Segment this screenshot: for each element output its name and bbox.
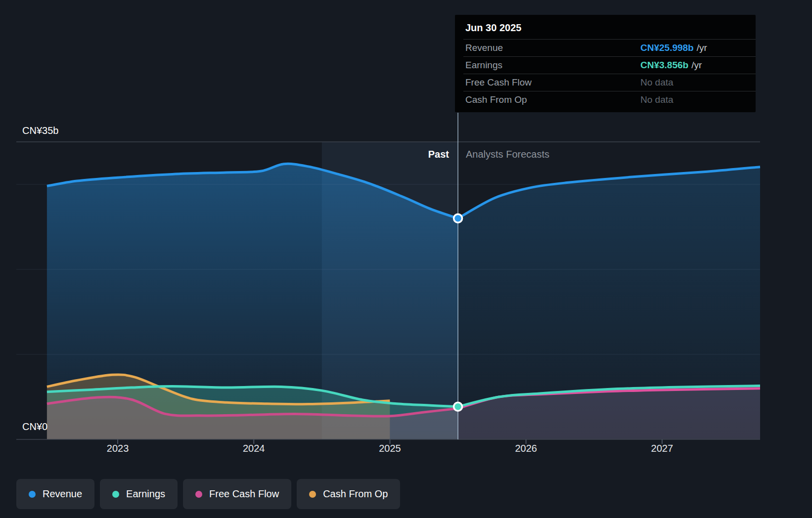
tooltip-label: Free Cash Flow	[465, 77, 640, 88]
legend-pill-earnings[interactable]: Earnings	[100, 479, 178, 509]
legend-label: Earnings	[126, 488, 165, 500]
legend: Revenue Earnings Free Cash Flow Cash Fro…	[16, 479, 400, 509]
x-tick-label: 2026	[515, 442, 537, 454]
tooltip-label: Earnings	[465, 60, 640, 71]
tooltip-value: CN¥25.998b	[640, 43, 694, 53]
legend-label: Revenue	[43, 488, 82, 500]
tooltip-unit: /yr	[691, 60, 702, 71]
tooltip-label: Cash From Op	[465, 94, 640, 105]
tooltip-label: Revenue	[465, 43, 640, 53]
x-tick-label: 2025	[379, 442, 401, 454]
legend-label: Free Cash Flow	[209, 488, 279, 500]
y-axis-label-max: CN¥35b	[22, 125, 58, 136]
tooltip-row-free-cash-flow: Free Cash Flow No data	[463, 74, 756, 91]
past-zone-label: Past	[428, 148, 449, 160]
y-axis-label-zero: CN¥0	[22, 421, 47, 432]
tooltip-value: CN¥3.856b	[640, 60, 688, 71]
tooltip-value: No data	[640, 94, 674, 105]
stock-valuation-chart-page: { "tooltip": { "date": "Jun 30 2025", "r…	[0, 0, 812, 518]
tooltip-row-earnings: Earnings CN¥3.856b /yr	[463, 56, 756, 74]
tooltip-value: No data	[640, 77, 674, 88]
cash-from-op-dot-icon	[309, 491, 316, 498]
legend-pill-revenue[interactable]: Revenue	[16, 479, 94, 509]
tooltip-date: Jun 30 2025	[455, 15, 756, 39]
legend-label: Cash From Op	[323, 488, 388, 500]
hover-tooltip: Jun 30 2025 Revenue CN¥25.998b /yr Earni…	[455, 15, 756, 112]
tooltip-row-revenue: Revenue CN¥25.998b /yr	[463, 39, 756, 56]
free-cash-flow-dot-icon	[195, 491, 202, 498]
x-tick-label: 2023	[107, 442, 129, 454]
legend-pill-free-cash-flow[interactable]: Free Cash Flow	[183, 479, 291, 509]
legend-pill-cash-from-op[interactable]: Cash From Op	[297, 479, 400, 509]
tooltip-row-cash-from-op: Cash From Op No data	[463, 91, 756, 108]
earnings-dot-icon	[112, 491, 119, 498]
forecast-zone-label: Analysts Forecasts	[466, 148, 549, 160]
tooltip-unit: /yr	[697, 43, 707, 53]
x-tick-label: 2024	[243, 442, 265, 454]
revenue-dot-icon	[29, 491, 36, 498]
x-tick-label: 2027	[651, 442, 674, 454]
